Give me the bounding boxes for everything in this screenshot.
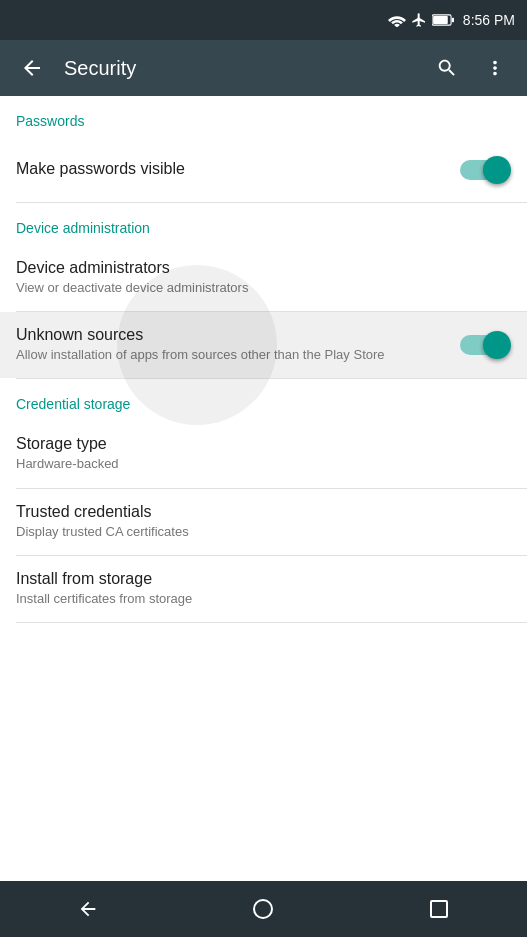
- wifi-icon: [388, 13, 406, 27]
- nav-recents-icon: [430, 900, 448, 918]
- trusted-credentials-subtitle: Display trusted CA certificates: [16, 523, 511, 541]
- toggle-thumb: [483, 156, 511, 184]
- battery-icon: [432, 13, 454, 27]
- svg-rect-2: [452, 18, 454, 22]
- unknown-sources-toggle[interactable]: [460, 330, 511, 361]
- back-button[interactable]: [16, 52, 48, 84]
- unknown-sources-title: Unknown sources: [16, 326, 444, 344]
- trusted-credentials-item[interactable]: Trusted credentials Display trusted CA c…: [0, 489, 527, 555]
- install-from-storage-title: Install from storage: [16, 570, 511, 588]
- status-time: 8:56 PM: [463, 12, 515, 28]
- airplane-icon: [411, 12, 427, 28]
- search-button[interactable]: [431, 52, 463, 84]
- nav-back-icon: [77, 898, 99, 920]
- passwords-header-text: Passwords: [16, 113, 84, 129]
- nav-back-button[interactable]: [58, 889, 118, 929]
- toggle-thumb: [483, 331, 511, 359]
- nav-recents-button[interactable]: [409, 889, 469, 929]
- passwords-section-header: Passwords: [0, 96, 527, 138]
- install-from-storage-item[interactable]: Install from storage Install certificate…: [0, 556, 527, 622]
- trusted-credentials-text: Trusted credentials Display trusted CA c…: [16, 503, 511, 541]
- storage-type-text: Storage type Hardware-backed: [16, 435, 511, 473]
- device-administrators-subtitle: View or deactivate device administrators: [16, 279, 511, 297]
- unknown-sources-item[interactable]: Unknown sources Allow installation of ap…: [0, 312, 527, 378]
- app-bar: Security: [0, 40, 527, 96]
- device-administrators-item[interactable]: Device administrators View or deactivate…: [0, 245, 527, 311]
- nav-home-button[interactable]: [233, 889, 293, 929]
- make-passwords-visible-item[interactable]: Make passwords visible: [0, 138, 527, 202]
- make-passwords-visible-text: Make passwords visible: [16, 160, 444, 180]
- content-scroll[interactable]: Passwords Make passwords visible Device …: [0, 96, 527, 881]
- unknown-sources-subtitle: Allow installation of apps from sources …: [16, 346, 444, 364]
- device-administrators-title: Device administrators: [16, 259, 511, 277]
- page-title: Security: [64, 57, 415, 80]
- install-from-storage-text: Install from storage Install certificate…: [16, 570, 511, 608]
- storage-type-item[interactable]: Storage type Hardware-backed: [0, 421, 527, 487]
- divider-6: [16, 622, 527, 623]
- status-icons: 8:56 PM: [388, 12, 515, 28]
- storage-type-title: Storage type: [16, 435, 511, 453]
- svg-rect-1: [433, 16, 448, 24]
- more-options-button[interactable]: [479, 52, 511, 84]
- credential-storage-section-header: Credential storage: [0, 379, 527, 421]
- storage-type-subtitle: Hardware-backed: [16, 455, 511, 473]
- trusted-credentials-title: Trusted credentials: [16, 503, 511, 521]
- device-administrators-text: Device administrators View or deactivate…: [16, 259, 511, 297]
- credential-storage-header-text: Credential storage: [16, 396, 130, 412]
- app-bar-actions: [431, 52, 511, 84]
- status-bar: 8:56 PM: [0, 0, 527, 40]
- unknown-sources-text: Unknown sources Allow installation of ap…: [16, 326, 444, 364]
- device-admin-section-header: Device administration: [0, 203, 527, 245]
- install-from-storage-subtitle: Install certificates from storage: [16, 590, 511, 608]
- device-admin-header-text: Device administration: [16, 220, 150, 236]
- nav-home-icon: [253, 899, 273, 919]
- nav-bar: [0, 881, 527, 937]
- make-passwords-visible-title: Make passwords visible: [16, 160, 444, 178]
- make-passwords-toggle[interactable]: [460, 155, 511, 186]
